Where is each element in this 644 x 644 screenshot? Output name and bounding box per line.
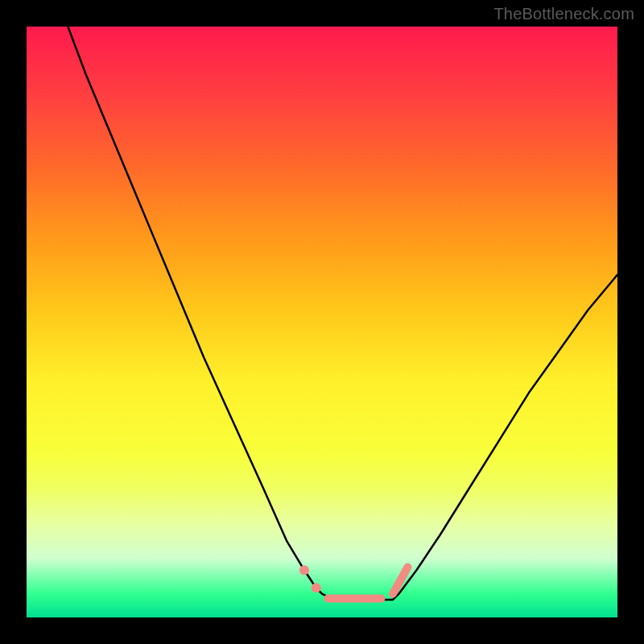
data-marker: [393, 568, 407, 594]
chart-layers: [68, 27, 617, 600]
chart-frame: TheBottleneck.com: [0, 0, 644, 644]
plot-area: [27, 27, 617, 617]
data-marker: [312, 583, 321, 592]
bottleneck-curve: [68, 27, 617, 600]
chart-svg: [27, 27, 617, 617]
data-marker: [299, 565, 309, 575]
watermark-text: TheBottleneck.com: [493, 5, 634, 23]
